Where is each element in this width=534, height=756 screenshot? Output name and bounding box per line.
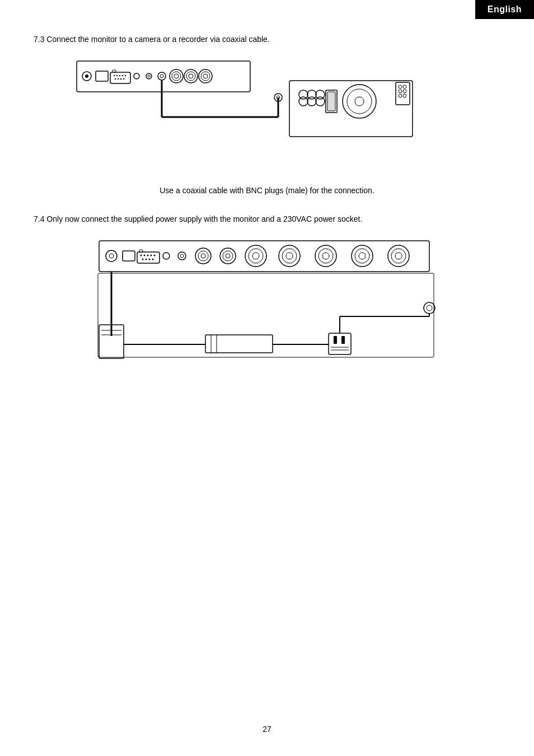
svg-point-49 bbox=[403, 90, 406, 93]
svg-rect-103 bbox=[329, 333, 351, 354]
svg-point-67 bbox=[146, 259, 147, 260]
svg-rect-60 bbox=[137, 252, 160, 263]
svg-point-23 bbox=[174, 74, 179, 78]
svg-point-56 bbox=[109, 254, 114, 258]
svg-point-16 bbox=[134, 73, 139, 79]
section-number: 7.3 bbox=[34, 35, 44, 44]
svg-rect-58 bbox=[125, 253, 133, 259]
svg-point-13 bbox=[118, 78, 119, 80]
svg-point-17 bbox=[146, 73, 152, 79]
svg-point-35 bbox=[299, 97, 308, 106]
svg-point-77 bbox=[223, 251, 233, 261]
svg-rect-4 bbox=[98, 73, 106, 80]
diagram-7-4 bbox=[34, 235, 500, 364]
section-description: Only now connect the supplied power supp… bbox=[46, 214, 362, 223]
svg-point-83 bbox=[282, 249, 297, 263]
svg-point-26 bbox=[189, 74, 193, 78]
svg-point-2 bbox=[85, 74, 88, 78]
svg-point-43 bbox=[347, 89, 372, 114]
svg-rect-105 bbox=[341, 336, 345, 344]
svg-point-66 bbox=[142, 259, 144, 260]
language-badge: English bbox=[475, 0, 534, 19]
svg-point-73 bbox=[195, 248, 211, 264]
svg-point-63 bbox=[147, 255, 149, 256]
svg-point-87 bbox=[322, 253, 329, 259]
svg-point-15 bbox=[123, 78, 124, 80]
svg-point-28 bbox=[201, 72, 210, 81]
svg-point-74 bbox=[198, 251, 208, 261]
svg-point-50 bbox=[399, 94, 402, 97]
svg-rect-104 bbox=[334, 336, 337, 344]
svg-point-111 bbox=[427, 305, 432, 311]
svg-point-47 bbox=[403, 85, 406, 88]
svg-point-48 bbox=[399, 90, 402, 93]
section-7-3-note: Use a coaxial cable with BNC plugs (male… bbox=[34, 184, 500, 197]
svg-point-14 bbox=[120, 78, 121, 80]
svg-point-68 bbox=[149, 259, 151, 260]
svg-point-80 bbox=[249, 249, 263, 263]
svg-point-12 bbox=[115, 78, 116, 80]
svg-point-42 bbox=[343, 85, 376, 118]
svg-point-64 bbox=[151, 255, 152, 256]
svg-point-37 bbox=[307, 97, 316, 106]
svg-point-8 bbox=[116, 75, 118, 76]
svg-point-86 bbox=[318, 249, 333, 263]
section-7-3-heading: 7.3 Connect the monitor to a camera or a… bbox=[34, 34, 500, 45]
svg-point-25 bbox=[186, 72, 195, 81]
diagram-7-3 bbox=[34, 55, 500, 167]
svg-point-9 bbox=[119, 75, 120, 76]
svg-point-29 bbox=[203, 74, 208, 78]
section-number: 7.4 bbox=[34, 214, 44, 223]
svg-rect-6 bbox=[110, 72, 130, 83]
section-description: Connect the monitor to a camera or a rec… bbox=[46, 35, 269, 44]
svg-point-46 bbox=[399, 85, 402, 88]
section-7-4-heading: 7.4 Only now connect the supplied power … bbox=[34, 213, 500, 225]
svg-point-93 bbox=[395, 253, 402, 259]
svg-point-10 bbox=[122, 75, 123, 76]
svg-point-11 bbox=[125, 75, 126, 76]
svg-point-62 bbox=[144, 255, 146, 256]
svg-point-69 bbox=[152, 259, 154, 260]
svg-point-18 bbox=[148, 75, 150, 77]
svg-point-110 bbox=[424, 302, 435, 314]
svg-point-75 bbox=[201, 254, 205, 258]
svg-point-70 bbox=[163, 253, 170, 259]
svg-point-90 bbox=[359, 253, 366, 259]
svg-point-7 bbox=[114, 75, 115, 76]
svg-rect-33 bbox=[289, 81, 413, 137]
svg-point-61 bbox=[140, 255, 142, 256]
svg-point-81 bbox=[252, 253, 259, 259]
svg-point-51 bbox=[403, 94, 406, 97]
svg-point-65 bbox=[154, 255, 156, 256]
svg-rect-45 bbox=[396, 82, 410, 105]
svg-point-84 bbox=[286, 253, 293, 259]
svg-point-76 bbox=[220, 248, 236, 264]
svg-point-22 bbox=[172, 72, 181, 81]
svg-point-39 bbox=[316, 97, 325, 106]
svg-point-71 bbox=[178, 252, 186, 260]
svg-point-19 bbox=[158, 72, 166, 80]
svg-point-78 bbox=[226, 254, 230, 258]
svg-point-20 bbox=[160, 74, 163, 78]
svg-point-89 bbox=[355, 249, 369, 263]
svg-rect-54 bbox=[99, 241, 429, 272]
svg-point-55 bbox=[106, 250, 117, 262]
svg-point-44 bbox=[355, 97, 364, 106]
svg-rect-41 bbox=[327, 92, 335, 111]
svg-rect-99 bbox=[205, 335, 273, 353]
page-number: 27 bbox=[263, 725, 271, 734]
svg-point-92 bbox=[391, 249, 406, 263]
svg-point-72 bbox=[180, 254, 184, 258]
